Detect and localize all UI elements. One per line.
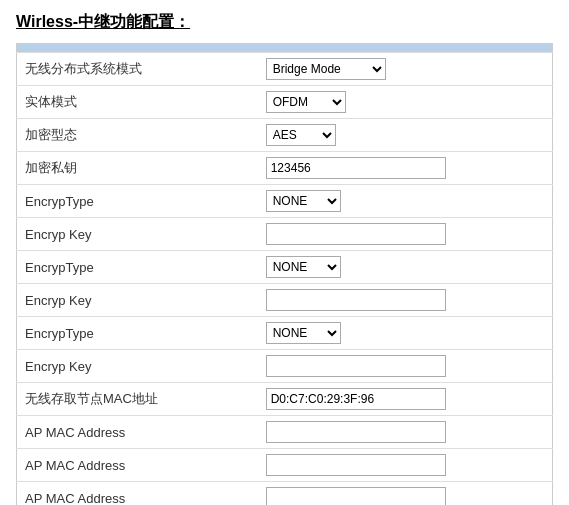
table-row: 无线分布式系统模式 Bridge Mode WDS Mode Disable: [17, 53, 553, 86]
encryp-key-input-2[interactable]: [266, 289, 446, 311]
table-row: 无线存取节点MAC地址: [17, 383, 553, 416]
table-row: EncrypType NONE AES TKIP: [17, 251, 553, 284]
encryp-key-input-1[interactable]: [266, 223, 446, 245]
row-value-2: AES TKIP NONE: [258, 119, 553, 152]
row-label-4: EncrypType: [17, 185, 258, 218]
table-row: 加密型态 AES TKIP NONE: [17, 119, 553, 152]
row-value-5: [258, 218, 553, 251]
encryp-type-select-1[interactable]: NONE AES TKIP: [266, 190, 341, 212]
encryp-key-input-3[interactable]: [266, 355, 446, 377]
row-label-5: Encryp Key: [17, 218, 258, 251]
row-label-1: 实体模式: [17, 86, 258, 119]
row-label-10: 无线存取节点MAC地址: [17, 383, 258, 416]
page-container: Wirless-中继功能配置： 无线分布式系统模式 Bridge Mode WD…: [0, 0, 569, 505]
row-value-12: [258, 449, 553, 482]
table-row: AP MAC Address: [17, 416, 553, 449]
row-value-1: OFDM CCK: [258, 86, 553, 119]
header-cell: [17, 44, 553, 53]
encryp-type-select-2[interactable]: NONE AES TKIP: [266, 256, 341, 278]
table-row: EncrypType NONE AES TKIP: [17, 185, 553, 218]
bridge-mode-select[interactable]: Bridge Mode WDS Mode Disable: [266, 58, 386, 80]
table-row: AP MAC Address: [17, 482, 553, 506]
row-label-7: Encryp Key: [17, 284, 258, 317]
ap-mac-input-1[interactable]: [266, 421, 446, 443]
table-row: EncrypType NONE AES TKIP: [17, 317, 553, 350]
row-label-8: EncrypType: [17, 317, 258, 350]
row-value-3: [258, 152, 553, 185]
row-value-0: Bridge Mode WDS Mode Disable: [258, 53, 553, 86]
row-value-13: [258, 482, 553, 506]
row-label-13: AP MAC Address: [17, 482, 258, 506]
table-row: Encryp Key: [17, 284, 553, 317]
row-value-10: [258, 383, 553, 416]
row-label-2: 加密型态: [17, 119, 258, 152]
row-label-3: 加密私钥: [17, 152, 258, 185]
table-row: Encryp Key: [17, 218, 553, 251]
mac-address-main-input[interactable]: [266, 388, 446, 410]
encryp-type-select-3[interactable]: NONE AES TKIP: [266, 322, 341, 344]
header-row: [17, 44, 553, 53]
aes-select[interactable]: AES TKIP NONE: [266, 124, 336, 146]
row-label-11: AP MAC Address: [17, 416, 258, 449]
row-value-7: [258, 284, 553, 317]
ofdm-select[interactable]: OFDM CCK: [266, 91, 346, 113]
jiami-key-input[interactable]: [266, 157, 446, 179]
table-row: 实体模式 OFDM CCK: [17, 86, 553, 119]
row-value-4: NONE AES TKIP: [258, 185, 553, 218]
page-title: Wirless-中继功能配置：: [16, 12, 553, 33]
table-row: Encryp Key: [17, 350, 553, 383]
table-row: AP MAC Address: [17, 449, 553, 482]
row-label-0: 无线分布式系统模式: [17, 53, 258, 86]
row-label-9: Encryp Key: [17, 350, 258, 383]
row-value-6: NONE AES TKIP: [258, 251, 553, 284]
ap-mac-input-3[interactable]: [266, 487, 446, 505]
form-table: 无线分布式系统模式 Bridge Mode WDS Mode Disable 实…: [16, 43, 553, 505]
table-row: 加密私钥: [17, 152, 553, 185]
row-label-12: AP MAC Address: [17, 449, 258, 482]
row-value-9: [258, 350, 553, 383]
ap-mac-input-2[interactable]: [266, 454, 446, 476]
row-label-6: EncrypType: [17, 251, 258, 284]
row-value-8: NONE AES TKIP: [258, 317, 553, 350]
row-value-11: [258, 416, 553, 449]
